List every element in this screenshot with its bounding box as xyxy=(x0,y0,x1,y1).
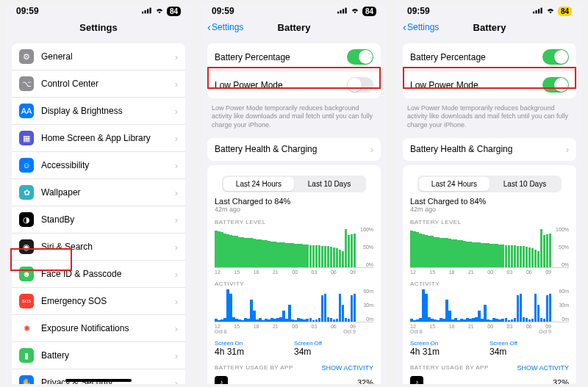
x-axis-ticks: 1215182100030609 xyxy=(215,322,373,329)
battery-health-row[interactable]: Battery Health & Charging › xyxy=(403,138,576,161)
seg-24h[interactable]: Last 24 Hours xyxy=(223,177,294,191)
chevron-right-icon: › xyxy=(175,106,178,117)
show-activity-link[interactable]: SHOW ACTIVITY xyxy=(517,364,569,372)
back-label: Settings xyxy=(212,22,243,32)
battery-percentage-toggle[interactable] xyxy=(542,49,569,65)
svg-rect-9 xyxy=(535,10,537,13)
battery-percentage-toggle[interactable] xyxy=(347,49,373,65)
seg-10d[interactable]: Last 10 Days xyxy=(294,177,365,191)
battery-panel: Last 24 Hours Last 10 Days Last Charged … xyxy=(403,165,576,384)
battery-level-chart: 100%50%0% xyxy=(215,227,373,268)
phone-battery-lpm-on: 09:59 84 ‹Settings Battery Battery Perce… xyxy=(397,3,582,384)
screen-time-row: Screen On4h 31m Screen Off34m xyxy=(410,340,569,357)
settings-row-siri[interactable]: ◉ Siri & Search › xyxy=(12,233,185,260)
battery-percentage-row[interactable]: Battery Percentage xyxy=(207,43,381,70)
settings-label: Emergency SOS xyxy=(41,296,175,306)
seg-24h[interactable]: Last 24 Hours xyxy=(419,177,490,191)
battery-toggles: Battery Percentage Low Power Mode xyxy=(403,43,576,98)
back-button[interactable]: ‹Settings xyxy=(207,22,243,32)
svg-rect-6 xyxy=(343,9,344,13)
x-axis-ticks: 1215182100030609 xyxy=(215,268,373,275)
screen-on-value: 4h 31m xyxy=(410,347,490,357)
tiktok-icon: ♪ xyxy=(215,376,228,384)
signal-icon xyxy=(142,6,152,16)
chart-bars xyxy=(410,289,551,322)
segmented-control[interactable]: Last 24 Hours Last 10 Days xyxy=(222,176,366,192)
activity-chart: 60m30m0m xyxy=(410,289,569,322)
chevron-right-icon: › xyxy=(175,377,178,385)
settings-label: Siri & Search xyxy=(41,242,175,252)
chart-bars xyxy=(215,227,356,267)
x-axis-ticks: 1215182100030609 xyxy=(410,268,569,275)
chevron-right-icon: › xyxy=(566,144,569,155)
chevron-right-icon: › xyxy=(175,79,178,90)
battery-panel: Last 24 Hours Last 10 Days Last Charged … xyxy=(207,165,381,384)
settings-row-display[interactable]: AA Display & Brightness › xyxy=(12,97,185,124)
chevron-right-icon: › xyxy=(175,214,178,225)
app-usage-row[interactable]: ♪ 32% xyxy=(215,376,373,384)
app-usage-row[interactable]: ♪ 32% xyxy=(410,376,569,384)
status-time: 09:59 xyxy=(16,6,39,16)
low-power-mode-row[interactable]: Low Power Mode xyxy=(207,70,381,98)
low-power-mode-row[interactable]: Low Power Mode xyxy=(403,70,576,98)
battery-health-row[interactable]: Battery Health & Charging › xyxy=(207,138,381,161)
screen-off-value: 34m xyxy=(294,347,373,357)
svg-rect-5 xyxy=(340,10,341,13)
home-indicator[interactable] xyxy=(65,379,132,382)
home-screen-icon: ▦ xyxy=(19,131,34,145)
chevron-right-icon: › xyxy=(175,133,178,144)
settings-label: Wallpaper xyxy=(41,187,175,198)
app-usage-percent: 32% xyxy=(553,378,569,384)
battery-level-chart: 100%50%0% xyxy=(410,227,569,268)
settings-label: Control Center xyxy=(41,79,175,89)
usage-by-app-header: BATTERY USAGE BY APP SHOW ACTIVITY xyxy=(410,364,569,372)
settings-row-control-center[interactable]: ⌥ Control Center › xyxy=(12,70,185,97)
settings-row-battery[interactable]: ▮ Battery › xyxy=(12,341,185,369)
settings-row-exposure[interactable]: ✺ Exposure Notifications › xyxy=(12,314,185,341)
show-activity-link[interactable]: SHOW ACTIVITY xyxy=(321,364,373,372)
accessibility-icon: ☺ xyxy=(19,158,34,173)
chevron-right-icon: › xyxy=(175,51,178,62)
settings-label: Home Screen & App Library xyxy=(41,133,175,143)
chevron-right-icon: › xyxy=(175,296,178,307)
chevron-right-icon: › xyxy=(175,323,178,334)
low-power-mode-toggle[interactable] xyxy=(542,77,569,93)
settings-row-sos[interactable]: SOS Emergency SOS › xyxy=(12,287,185,314)
last-charged-sub: 42m ago xyxy=(410,206,569,213)
activity-caption: ACTIVITY xyxy=(215,281,373,287)
nav-title: Settings xyxy=(6,18,191,39)
row-label: Battery Percentage xyxy=(215,52,347,62)
faceid-icon: ☻ xyxy=(19,267,34,281)
settings-row-home-screen[interactable]: ▦ Home Screen & App Library › xyxy=(12,124,185,151)
low-power-mode-toggle[interactable] xyxy=(347,77,373,93)
general-icon: ⚙ xyxy=(19,49,34,64)
battery-percentage-row[interactable]: Battery Percentage xyxy=(403,43,576,70)
wifi-icon xyxy=(545,6,556,16)
settings-row-accessibility[interactable]: ☺ Accessibility › xyxy=(12,151,185,178)
lpm-help-text: Low Power Mode temporarily reduces backg… xyxy=(397,103,582,134)
seg-10d[interactable]: Last 10 Days xyxy=(490,177,560,191)
nav-title: Battery xyxy=(473,22,506,33)
chevron-left-icon: ‹ xyxy=(207,23,211,32)
battery-icon: ▮ xyxy=(19,348,34,363)
settings-row-standby[interactable]: ◑ StandBy › xyxy=(12,206,185,233)
last-charged: Last Charged to 84% xyxy=(410,197,569,206)
settings-row-faceid[interactable]: ☻ Face ID & Passcode › xyxy=(12,260,185,287)
settings-group: ⚙ General › ⌥ Control Center › AA Displa… xyxy=(12,43,185,384)
app-usage-percent: 32% xyxy=(357,378,373,384)
status-time: 09:59 xyxy=(407,6,430,16)
wallpaper-icon: ✿ xyxy=(19,185,34,200)
svg-rect-0 xyxy=(142,12,143,14)
standby-icon: ◑ xyxy=(19,212,34,227)
settings-row-wallpaper[interactable]: ✿ Wallpaper › xyxy=(12,178,185,206)
svg-rect-8 xyxy=(533,12,534,14)
chevron-right-icon: › xyxy=(175,269,178,280)
row-label: Low Power Mode xyxy=(215,80,347,90)
row-label: Battery Percentage xyxy=(410,52,542,62)
privacy-icon: ✋ xyxy=(19,375,34,384)
signal-icon xyxy=(533,6,543,16)
settings-row-general[interactable]: ⚙ General › xyxy=(12,43,185,70)
back-button[interactable]: ‹Settings xyxy=(403,22,439,32)
segmented-control[interactable]: Last 24 Hours Last 10 Days xyxy=(417,176,562,192)
screen-on-value: 4h 31m xyxy=(215,347,294,357)
